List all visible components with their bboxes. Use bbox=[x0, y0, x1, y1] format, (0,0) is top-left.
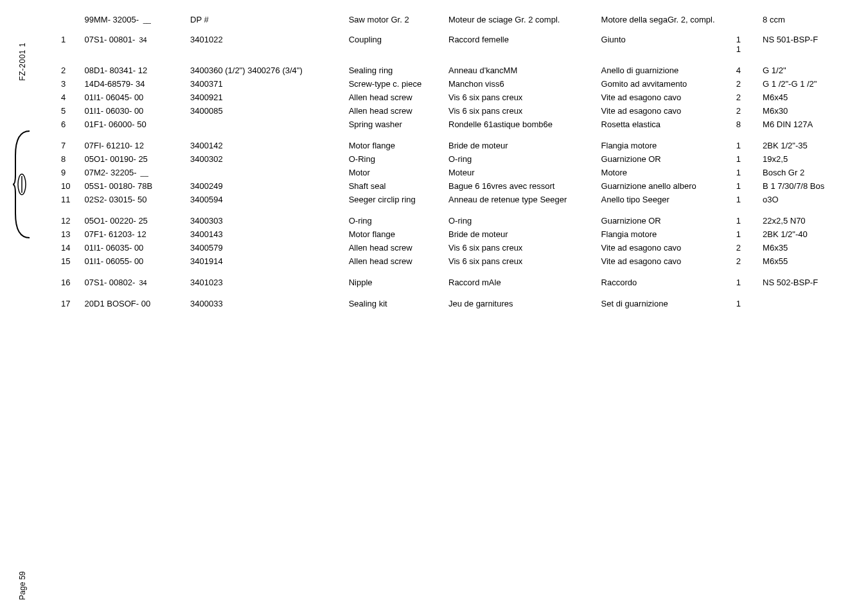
desc-it: Rosetta elastica bbox=[601, 120, 736, 129]
table-row: 907M2- 32205- __MotorMoteurMotore1Bosch … bbox=[61, 166, 845, 179]
row-index: 1 bbox=[61, 35, 85, 44]
dp-number: 3401023 bbox=[190, 278, 349, 287]
desc-en: O-ring bbox=[349, 216, 448, 226]
row-index: 8 bbox=[61, 154, 85, 164]
desc-en: Nipple bbox=[349, 278, 448, 287]
qty: 2 bbox=[736, 106, 754, 116]
part-number: 07F1- 61203- 12 bbox=[85, 229, 190, 239]
spec: M6x55 bbox=[754, 256, 845, 266]
desc-en: Coupling bbox=[349, 35, 448, 44]
row-index: 11 bbox=[61, 195, 85, 204]
table-row: 707FI- 61210- 123400142Motor flangeBride… bbox=[61, 139, 845, 152]
qty: 1 bbox=[736, 278, 754, 287]
part-number: 07FI- 61210- 12 bbox=[85, 141, 190, 150]
table-row: 208D1- 80341- 123400360 (1/2") 3400276 (… bbox=[61, 64, 845, 77]
row-index: 9 bbox=[61, 168, 85, 177]
spec: 19x2,5 bbox=[754, 154, 845, 164]
row-index: 7 bbox=[61, 141, 85, 150]
dp-number: 3400579 bbox=[190, 243, 349, 253]
header-it: Motore della segaGr. 2, compl. bbox=[601, 15, 736, 24]
table-row: 401I1- 06045- 003400921Allen head screwV… bbox=[61, 91, 845, 104]
qty: 1 bbox=[736, 141, 754, 150]
spec: 2BK 1/2"-35 bbox=[754, 141, 845, 150]
part-number: 02S2- 03015- 50 bbox=[85, 195, 190, 204]
desc-it: Flangia motore bbox=[601, 141, 736, 150]
row-index: 14 bbox=[61, 243, 85, 253]
table-row: 1501I1- 06055- 003401914Allen head screw… bbox=[61, 254, 845, 268]
desc-fr: Anneau de retenue type Seeger bbox=[448, 195, 601, 204]
part-number: 14D4-68579- 34 bbox=[85, 79, 190, 89]
table-row: 1005S1- 00180- 78B3400249Shaft sealBague… bbox=[61, 179, 845, 193]
row-index: 16 bbox=[61, 278, 85, 287]
dp-number: 3400143 bbox=[190, 229, 349, 239]
row-index: 6 bbox=[61, 120, 85, 129]
dp-number: 3400921 bbox=[190, 93, 349, 102]
qty: 2 bbox=[736, 256, 754, 266]
part-number: 01F1- 06000- 50 bbox=[85, 120, 190, 129]
dp-number: 3400142 bbox=[190, 141, 349, 150]
desc-fr: O-ring bbox=[448, 154, 601, 164]
header-fr: Moteur de sciage Gr. 2 compl. bbox=[448, 15, 601, 24]
qty: 2 bbox=[736, 93, 754, 102]
desc-it: Flangia motore bbox=[601, 229, 736, 239]
row-index: 17 bbox=[61, 299, 85, 308]
desc-fr: Vis 6 six pans creux bbox=[448, 243, 601, 253]
part-number: 01I1- 06035- 00 bbox=[85, 243, 190, 253]
desc-en: Motor bbox=[349, 168, 448, 177]
dp-number: 3400249 bbox=[190, 181, 349, 191]
header-dp: DP # bbox=[190, 15, 349, 24]
table-row: 1720D1 BOSOF- 003400033Sealing kitJeu de… bbox=[61, 297, 845, 310]
dp-number: 3400302 bbox=[190, 154, 349, 164]
header-en: Saw motor Gr. 2 bbox=[349, 15, 448, 24]
row-index: 2 bbox=[61, 66, 85, 75]
qty: 1 bbox=[736, 181, 754, 191]
table-row: 1401I1- 06035- 003400579Allen head screw… bbox=[61, 241, 845, 254]
spec: M6x45 bbox=[754, 93, 845, 102]
desc-it: Vite ad esagono cavo bbox=[601, 106, 736, 116]
row-index: 3 bbox=[61, 79, 85, 89]
qty: 1 bbox=[736, 168, 754, 177]
desc-it: Gomito ad avvitamento bbox=[601, 79, 736, 89]
row-index: 13 bbox=[61, 229, 85, 239]
part-number: 01I1- 06055- 00 bbox=[85, 256, 190, 266]
row-index: 12 bbox=[61, 216, 85, 226]
desc-it: Giunto bbox=[601, 35, 736, 44]
row-index: 4 bbox=[61, 93, 85, 102]
spec: G 1/2" bbox=[754, 66, 845, 75]
desc-it: Anello di guarnizione bbox=[601, 66, 736, 75]
desc-fr: Bride de moteur bbox=[448, 141, 601, 150]
dp-number: 3400371 bbox=[190, 79, 349, 89]
spec: M6x35 bbox=[754, 243, 845, 253]
desc-fr: Raccord femelle bbox=[448, 35, 601, 44]
qty: 1 bbox=[736, 154, 754, 164]
spec: Bosch Gr 2 bbox=[754, 168, 845, 177]
desc-en: Spring washer bbox=[349, 120, 448, 129]
desc-en: Seeger circlip ring bbox=[349, 195, 448, 204]
desc-fr: Jeu de garnitures bbox=[448, 299, 601, 308]
desc-en: Sealing ring bbox=[349, 66, 448, 75]
part-number: 07S1- 00802- 34 bbox=[85, 278, 190, 287]
dp-number: 3400360 (1/2") 3400276 (3/4") bbox=[190, 66, 349, 75]
desc-fr: Raccord mAle bbox=[448, 278, 601, 287]
desc-it: Vite ad esagono cavo bbox=[601, 93, 736, 102]
desc-fr: Manchon viss6 bbox=[448, 79, 601, 89]
table-row: 1205O1- 00220- 253400303O-ringO-ringGuar… bbox=[61, 214, 845, 227]
spec: NS 501-BSP-F bbox=[754, 35, 845, 44]
desc-it: Set di guarnizione bbox=[601, 299, 736, 308]
desc-fr: Vis 6 six pans creux bbox=[448, 256, 601, 266]
table-row: 1607S1- 00802- 343401023NippleRaccord mA… bbox=[61, 276, 845, 289]
row-index: 10 bbox=[61, 181, 85, 191]
table-row: 314D4-68579- 343400371Screw-type c. piec… bbox=[61, 77, 845, 91]
qty: 8 bbox=[736, 120, 754, 129]
page: FZ-2001 1 99MM- 32005- __ DP # Saw motor… bbox=[0, 0, 868, 613]
dp-number: 3401022 bbox=[190, 35, 349, 44]
part-number: 05S1- 00180- 78B bbox=[85, 181, 190, 191]
desc-it: Guarnizione anello albero bbox=[601, 181, 736, 191]
table-row: 601F1- 06000- 50Spring washerRondelle 61… bbox=[61, 118, 845, 131]
desc-en: O-Ring bbox=[349, 154, 448, 164]
dp-number: 3400033 bbox=[190, 299, 349, 308]
header-part: 99MM- 32005- __ bbox=[85, 15, 190, 24]
table-row: 805O1- 00190- 253400302O-RingO-ringGuarn… bbox=[61, 152, 845, 166]
desc-it: Vite ad esagono cavo bbox=[601, 243, 736, 253]
desc-en: Allen head screw bbox=[349, 243, 448, 253]
